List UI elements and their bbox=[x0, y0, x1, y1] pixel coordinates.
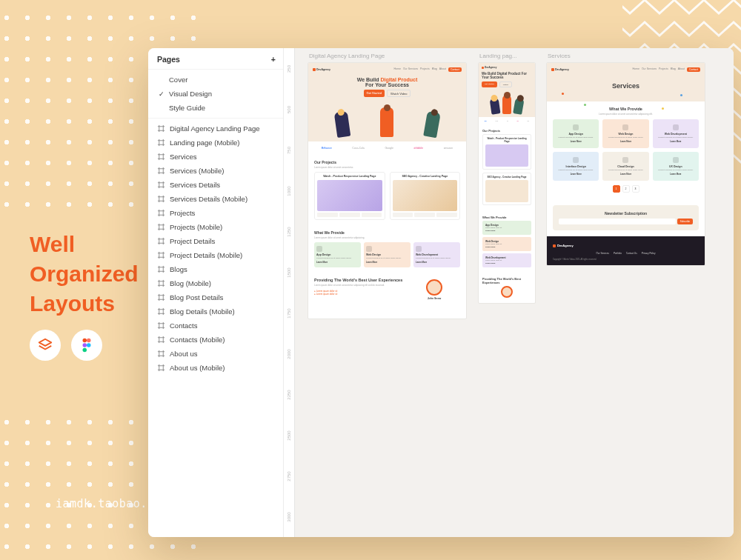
footer: DevAgency Our ServicesPortfolioContact U… bbox=[547, 236, 705, 265]
frame-item[interactable]: Landing page (Mobile) bbox=[148, 136, 283, 150]
service-tile: App DesignPresent similique ea at offici… bbox=[314, 242, 361, 267]
frame-icon bbox=[157, 364, 165, 372]
project-card: SEO Agency - Creative Landing Page bbox=[390, 172, 461, 220]
service-tile: Web DevelopmentPresent similique ea at o… bbox=[653, 119, 699, 148]
frame-item[interactable]: Projects (Mobile) bbox=[148, 220, 283, 234]
avatar bbox=[426, 279, 442, 296]
service-tile: Cloud DesignPresent similique ea at offi… bbox=[602, 152, 648, 181]
frame-icon bbox=[157, 195, 165, 203]
frame-icon bbox=[157, 139, 165, 147]
frame-item[interactable]: Services Details bbox=[148, 178, 283, 192]
page-item[interactable]: Cover bbox=[148, 73, 283, 87]
service-tile: UX DesignPresent similique ea at officia… bbox=[653, 152, 699, 181]
frame-icon bbox=[157, 153, 165, 161]
project-card: Watch - Product Responsive Landing Page bbox=[314, 172, 385, 220]
artboard-services[interactable]: Services DevAgency HomeOur ServicesProje… bbox=[546, 53, 705, 266]
frame-item[interactable]: Digital Agency Landing Page bbox=[148, 121, 283, 136]
hero-section: DevAgency HomeOur ServicesProjectsBlogAb… bbox=[308, 63, 466, 141]
pages-panel: Pages + CoverVisual DesignStyle Guide Di… bbox=[148, 48, 284, 537]
frame-icon bbox=[157, 293, 165, 301]
page-item[interactable]: Style Guide bbox=[148, 101, 283, 115]
frame-item[interactable]: Blogs bbox=[148, 262, 283, 276]
frame-icon bbox=[157, 223, 165, 231]
service-tile: Interface DesignPresent similique ea at … bbox=[553, 152, 599, 181]
cta-secondary: Watch Video bbox=[387, 90, 411, 97]
hero-headline: We Build Digital ProductFor Your Success bbox=[313, 77, 462, 87]
artboard-landing-desktop[interactable]: Digital Agency Landing Page DevAgency Ho… bbox=[308, 53, 467, 523]
artboard-label: Digital Agency Landing Page bbox=[309, 53, 467, 59]
service-tile: Web DesignPresent similique ea at offici… bbox=[364, 242, 411, 267]
figma-icon bbox=[71, 330, 102, 361]
frame-icon bbox=[157, 167, 165, 175]
frame-item[interactable]: About us (Mobile) bbox=[148, 361, 283, 375]
service-tile: Web DesignLorem ipsum dolor sit.Learn Mo… bbox=[482, 237, 531, 251]
brand-logo: DevAgency bbox=[313, 68, 330, 71]
panel-header: Pages + bbox=[148, 48, 283, 70]
frame-icon bbox=[157, 279, 165, 287]
frame-item[interactable]: Contacts (Mobile) bbox=[148, 333, 283, 347]
page-list: CoverVisual DesignStyle Guide bbox=[148, 70, 283, 119]
frame-item[interactable]: Projects bbox=[148, 206, 283, 220]
panel-title: Pages bbox=[157, 55, 180, 64]
frame-icon bbox=[157, 251, 165, 259]
hero-title: Well Organized Layouts bbox=[30, 230, 139, 319]
nav-links: HomeOur ServicesProjectsBlogAboutContact bbox=[394, 67, 462, 72]
tool-badges bbox=[30, 330, 102, 361]
frame-list: Digital Agency Landing PageLanding page … bbox=[148, 119, 283, 378]
canvas[interactable]: 2505007501000125015001750200022502500275… bbox=[284, 48, 734, 537]
newsletter: Newsletter Subscription Subscribe bbox=[553, 205, 699, 230]
frame-item[interactable]: Services bbox=[148, 150, 283, 164]
frame-icon bbox=[157, 321, 165, 330]
service-tile: App DesignPresent similique ea at offici… bbox=[553, 119, 599, 148]
svg-point-3 bbox=[87, 343, 91, 347]
brand-row: BēhanceCoca-ColaGoogledribbbleamazon bbox=[308, 141, 466, 155]
frame-icon bbox=[157, 307, 165, 316]
pager: 1 2 3 bbox=[553, 185, 699, 193]
ruler-vertical: 2505007501000125015001750200022502500275… bbox=[284, 48, 295, 537]
service-tile: Web DesignPresent similique ea at offici… bbox=[602, 119, 648, 148]
frame-item[interactable]: Blog (Mobile) bbox=[148, 276, 283, 290]
svg-point-4 bbox=[83, 348, 87, 353]
frame-icon bbox=[157, 209, 165, 217]
cta-row: Get Started Watch Video bbox=[313, 90, 462, 97]
service-tile: Web DevelopmentPresent similique ea at o… bbox=[413, 242, 460, 267]
service-tile: Web DevelopmentLorem ipsum dolor sit.Lea… bbox=[482, 253, 531, 267]
layers-icon bbox=[30, 330, 61, 361]
ux-section: Providing The World's Best User Experien… bbox=[308, 273, 466, 319]
service-tile: App DesignLorem ipsum dolor sit.Learn Mo… bbox=[482, 221, 531, 235]
frame-icon bbox=[157, 336, 165, 344]
add-page-button[interactable]: + bbox=[271, 56, 276, 64]
frame-item[interactable]: Services (Mobile) bbox=[148, 164, 283, 178]
artboard-label: Services bbox=[548, 53, 705, 59]
frame-item[interactable]: Project Details (Mobile) bbox=[148, 248, 283, 262]
figma-window: Pages + CoverVisual DesignStyle Guide Di… bbox=[148, 48, 734, 537]
frame-item[interactable]: Blog Post Details bbox=[148, 290, 283, 304]
frame-icon bbox=[157, 265, 165, 273]
hero-illustration bbox=[313, 101, 462, 137]
page-item[interactable]: Visual Design bbox=[148, 87, 283, 101]
frame-icon bbox=[157, 350, 165, 358]
svg-point-2 bbox=[83, 343, 87, 347]
svg-point-1 bbox=[87, 339, 91, 343]
frame-item[interactable]: Services Details (Mobile) bbox=[148, 192, 283, 206]
frame-icon bbox=[157, 124, 165, 133]
artboard-landing-mobile[interactable]: Landing pag... DevAgency We Build Digita… bbox=[478, 53, 536, 304]
frame-item[interactable]: Project Details bbox=[148, 234, 283, 248]
projects-section: Our Projects Lorem ipsum dolor sit amet … bbox=[308, 155, 466, 225]
cta-primary: Get Started bbox=[364, 90, 385, 97]
frame-item[interactable]: About us bbox=[148, 347, 283, 361]
frame-item[interactable]: Contacts bbox=[148, 319, 283, 333]
frame-icon bbox=[157, 237, 165, 245]
svg-point-0 bbox=[83, 339, 87, 343]
artboard-label: Landing pag... bbox=[479, 53, 536, 59]
provide-section: What We Provide Lorem ipsum dolor sit am… bbox=[308, 225, 466, 273]
frame-icon bbox=[157, 181, 165, 189]
frame-item[interactable]: Blog Details (Mobile) bbox=[148, 304, 283, 319]
